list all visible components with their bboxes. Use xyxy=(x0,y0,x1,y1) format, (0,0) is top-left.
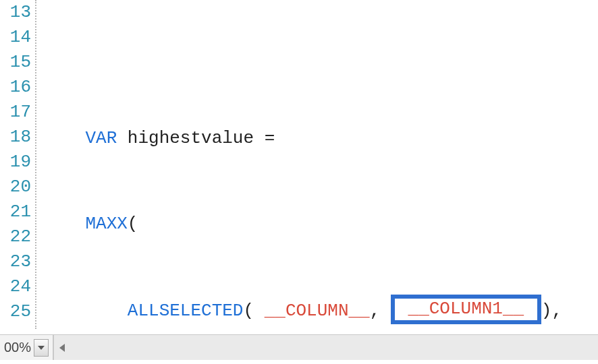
line-number: 19 xyxy=(0,150,31,175)
line-number: 13 xyxy=(0,0,31,25)
zoom-control[interactable]: 00% xyxy=(0,335,53,360)
line-number: 20 xyxy=(0,175,31,200)
scroll-left-button[interactable] xyxy=(54,335,70,360)
line-number: 21 xyxy=(0,200,31,224)
code-line: VAR highestvalue = xyxy=(43,126,598,151)
line-number: 23 xyxy=(0,249,31,274)
line-number: 17 xyxy=(0,100,31,125)
zoom-value: 00% xyxy=(1,340,34,355)
horizontal-scrollbar[interactable] xyxy=(53,335,598,360)
code-line xyxy=(43,40,598,65)
status-bar: 00% xyxy=(0,334,598,360)
chevron-down-icon xyxy=(38,346,45,350)
line-number: 14 xyxy=(0,25,31,50)
code-area[interactable]: VAR highestvalue = MAXX( ALLSELECTED( __… xyxy=(36,0,598,329)
highlight-box: __COLUMN1__ xyxy=(391,295,541,324)
code-editor[interactable]: 13 14 15 16 17 18 19 20 21 22 23 24 25 V… xyxy=(0,0,598,329)
code-line: MAXX( xyxy=(43,212,598,237)
line-number: 15 xyxy=(0,50,31,75)
line-number: 18 xyxy=(0,125,31,150)
triangle-left-icon xyxy=(59,344,65,352)
line-number-gutter: 13 14 15 16 17 18 19 20 21 22 23 24 25 xyxy=(0,0,36,329)
code-line: ALLSELECTED( __COLUMN__, __COLUMN1__ ), xyxy=(43,297,598,322)
line-number: 22 xyxy=(0,224,31,249)
line-number: 16 xyxy=(0,75,31,100)
scrollbar-track[interactable] xyxy=(70,335,598,360)
zoom-dropdown-button[interactable] xyxy=(34,339,49,357)
line-number: 25 xyxy=(0,299,31,324)
line-number: 24 xyxy=(0,274,31,299)
